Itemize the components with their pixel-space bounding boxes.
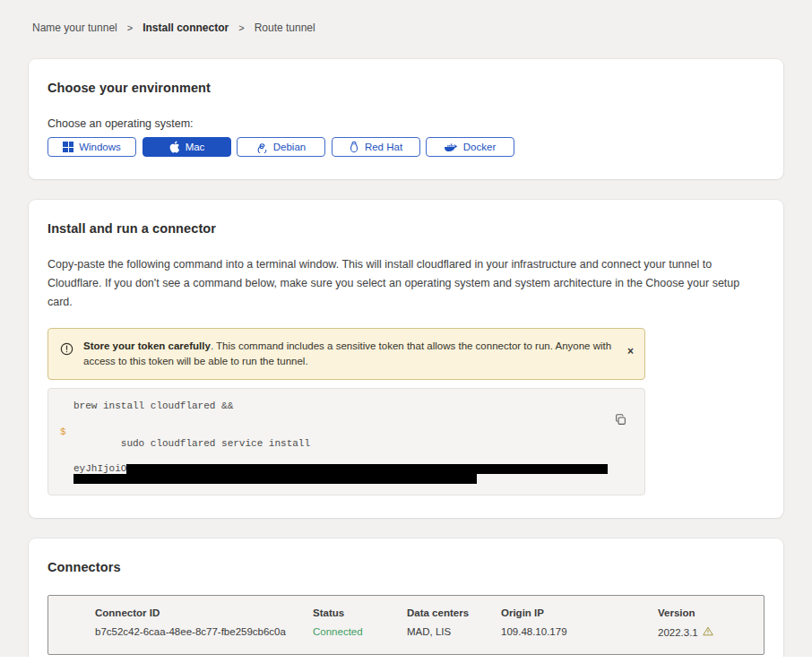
os-button-windows[interactable]: Windows — [48, 137, 136, 157]
connectors-card: Connectors Connector ID Status Data cent… — [29, 538, 783, 663]
breadcrumb-step-name-tunnel[interactable]: Name your tunnel — [32, 22, 117, 34]
cell-connector-id: b7c52c42-6caa-48ee-8c77-fbe259cb6c0a — [95, 626, 313, 638]
header-version: Version — [658, 607, 764, 618]
os-button-redhat[interactable]: Red Hat — [332, 137, 420, 157]
token-warning-text: Store your token carefully. This command… — [83, 339, 627, 369]
install-card-title: Install and run a connector — [48, 221, 764, 236]
warning-triangle-icon — [703, 626, 713, 638]
shell-prompt: $ — [60, 426, 66, 438]
connectors-table: Connector ID Status Data centers Origin … — [48, 595, 764, 655]
os-select-label: Choose an operating system: — [48, 117, 764, 130]
token-redaction-bar — [126, 464, 608, 474]
os-button-group: Windows Mac Debian Red Hat — [48, 137, 764, 157]
warning-close-button[interactable]: × — [627, 346, 634, 357]
cell-status: Connected — [313, 626, 407, 638]
cell-origin-ip: 109.48.10.179 — [501, 626, 658, 638]
token-warning-banner: Store your token carefully. This command… — [48, 328, 645, 380]
os-button-label: Docker — [463, 142, 496, 152]
header-data-centers: Data centers — [407, 607, 501, 618]
breadcrumb-step-route-tunnel[interactable]: Route tunnel — [255, 22, 315, 34]
tunnel-setup-page: Name your tunnel > Install connector > R… — [0, 0, 812, 663]
header-status: Status — [313, 607, 407, 618]
breadcrumb: Name your tunnel > Install connector > R… — [32, 22, 783, 34]
table-header-row: Connector ID Status Data centers Origin … — [95, 607, 764, 618]
docker-icon — [445, 142, 458, 152]
alert-circle-icon — [60, 342, 73, 359]
install-command-code-block: brew install cloudflared && $sudo cloudf… — [48, 388, 645, 495]
code-line-service-install: $sudo cloudflared service install — [48, 426, 644, 461]
version-value: 2022.3.1 — [658, 627, 698, 638]
install-connector-card: Install and run a connector Copy-paste t… — [29, 200, 783, 518]
os-button-mac[interactable]: Mac — [143, 137, 231, 157]
os-button-docker[interactable]: Docker — [426, 137, 514, 157]
cell-data-centers: MAD, LIS — [407, 626, 501, 638]
os-button-label: Mac — [186, 142, 205, 152]
token-redaction-bar — [73, 474, 477, 484]
header-connector-id: Connector ID — [95, 607, 313, 618]
copy-icon[interactable] — [615, 414, 626, 428]
breadcrumb-step-install-connector[interactable]: Install connector — [143, 22, 229, 34]
os-button-debian[interactable]: Debian — [237, 137, 325, 157]
breadcrumb-separator: > — [238, 22, 244, 33]
connectors-card-title: Connectors — [48, 560, 764, 574]
os-button-label: Debian — [273, 142, 306, 152]
bottom-strip — [0, 657, 812, 663]
choose-environment-card: Choose your environment Choose an operat… — [29, 59, 783, 179]
environment-card-title: Choose your environment — [48, 81, 764, 95]
token-warning-bold: Store your token carefully — [83, 340, 211, 351]
cell-version: 2022.3.1 — [658, 626, 764, 638]
redhat-icon — [349, 141, 359, 153]
breadcrumb-separator: > — [127, 22, 133, 33]
table-row: b7c52c42-6caa-48ee-8c77-fbe259cb6c0a Con… — [95, 626, 764, 638]
code-line-token: eyJhIjoiO — [48, 464, 644, 474]
token-prefix: eyJhIjoiO — [73, 464, 126, 474]
os-button-label: Red Hat — [365, 142, 402, 152]
windows-icon — [63, 142, 73, 152]
install-description: Copy-paste the following command into a … — [48, 255, 764, 312]
code-line-brew: brew install cloudflared && — [48, 400, 644, 412]
header-origin-ip: Origin IP — [501, 607, 658, 618]
apple-icon — [168, 141, 180, 153]
os-button-label: Windows — [79, 142, 121, 152]
debian-icon — [256, 142, 268, 153]
